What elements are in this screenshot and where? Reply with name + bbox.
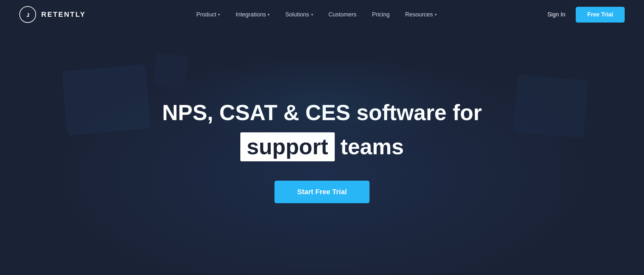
nav-label-product: Product [196, 11, 216, 18]
navbar-actions: Sign In Free Trial [547, 7, 625, 23]
nav-links: Product ▾ Integrations ▾ Solutions ▾ Cus… [196, 11, 437, 18]
start-free-trial-button[interactable]: Start Free Trial [274, 181, 369, 203]
nav-label-customers: Customers [329, 11, 357, 18]
nav-item-resources[interactable]: Resources ▾ [405, 11, 437, 18]
navbar: ꝛ RETENTLY Product ▾ Integrations ▾ Solu… [0, 0, 644, 29]
chevron-down-icon: ▾ [311, 13, 313, 17]
nav-item-product[interactable]: Product ▾ [196, 11, 220, 18]
nav-item-integrations[interactable]: Integrations ▾ [235, 11, 270, 18]
chevron-down-icon: ▾ [435, 13, 437, 17]
bg-decoration-small [153, 53, 189, 89]
hero-headline-line1: NPS, CSAT & CES software for [162, 100, 482, 126]
chevron-down-icon: ▾ [218, 13, 220, 17]
nav-label-integrations: Integrations [235, 11, 266, 18]
hero-headline-line2: support teams [240, 132, 404, 161]
hero-headline-after-highlight: teams [341, 134, 404, 160]
hero-highlight-word: support [240, 132, 335, 161]
nav-label-resources: Resources [405, 11, 433, 18]
logo-area: ꝛ RETENTLY [19, 6, 86, 23]
bg-decoration-left [62, 64, 151, 136]
nav-label-solutions: Solutions [285, 11, 309, 18]
nav-item-solutions[interactable]: Solutions ▾ [285, 11, 313, 18]
chevron-down-icon: ▾ [268, 13, 270, 17]
nav-free-trial-button[interactable]: Free Trial [576, 7, 625, 23]
nav-label-pricing: Pricing [372, 11, 390, 18]
hero-section: NPS, CSAT & CES software for support tea… [0, 29, 644, 274]
nav-item-pricing[interactable]: Pricing [372, 11, 390, 18]
bg-decoration-right [513, 74, 589, 138]
nav-item-customers[interactable]: Customers [329, 11, 357, 18]
logo-text: RETENTLY [41, 10, 86, 19]
logo-icon: ꝛ [19, 6, 36, 23]
sign-in-link[interactable]: Sign In [547, 11, 565, 18]
